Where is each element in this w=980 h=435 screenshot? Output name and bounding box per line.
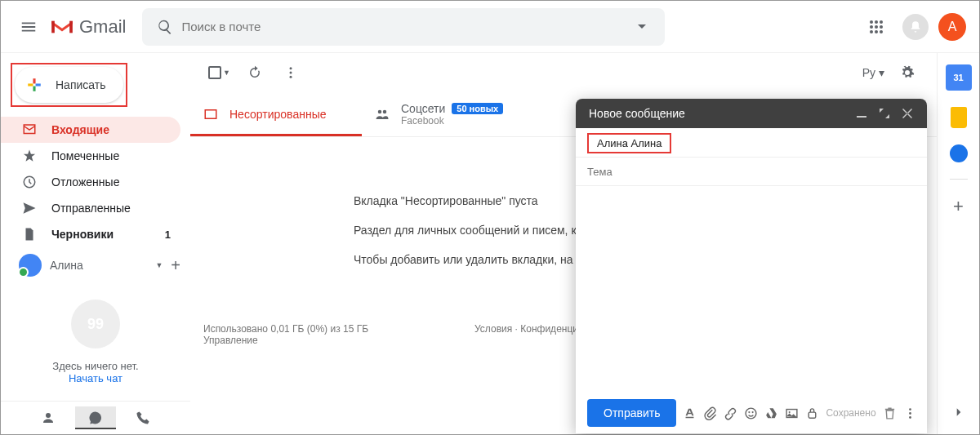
chevron-right-icon[interactable] [953,406,964,418]
compose-window: Новое сообщение Алина Алина Отправить Со… [576,99,927,433]
recipient-chip[interactable]: Алина Алина [587,133,671,153]
app-header: Gmail А [1,1,979,53]
search-input[interactable] [181,20,626,33]
calendar-addon[interactable]: 31 [946,64,972,91]
compose-fullscreen-button[interactable] [873,102,896,125]
chat-user-row[interactable]: Алина ▼ + [1,247,190,283]
people-icon [375,107,390,122]
notifications-button[interactable] [902,14,929,40]
link-icon [724,406,737,420]
settings-button[interactable] [891,56,924,89]
chat-contacts-tab[interactable] [28,406,69,429]
compose-button[interactable]: Написать [15,67,123,103]
insert-drive-button[interactable] [764,402,778,424]
keep-addon[interactable] [951,107,967,128]
mail-toolbar: ▼ Ру ▾ [190,53,937,92]
compose-header[interactable]: Новое сообщение [576,99,927,128]
phone-icon [136,411,150,425]
lock-clock-icon [805,406,819,420]
send-icon [22,201,37,215]
compose-body[interactable] [576,186,927,393]
chevron-down-icon[interactable]: ▼ [155,261,163,269]
main-menu-button[interactable] [9,7,48,47]
star-icon [22,149,37,163]
input-language-button[interactable]: Ру ▾ [858,66,889,79]
inbox-icon [22,122,37,137]
svg-rect-17 [857,116,866,118]
svg-point-22 [789,411,791,413]
expand-icon [880,109,889,118]
chat-avatar [19,254,42,277]
send-button[interactable]: Отправить [587,399,676,427]
compose-minimize-button[interactable] [850,102,873,125]
svg-point-1 [875,20,878,24]
svg-point-11 [289,67,292,69]
confidential-mode-button[interactable] [805,402,819,424]
tab-primary[interactable]: Несортированные [190,92,362,136]
hangouts-bubble-icon [71,300,120,348]
compose-subject-row[interactable] [576,158,927,186]
svg-point-0 [870,20,873,24]
sidebar-item-inbox[interactable]: Входящие [1,117,180,143]
google-apps-button[interactable] [860,11,893,43]
discard-draft-button[interactable] [883,402,897,424]
svg-point-8 [880,30,883,33]
svg-point-20 [752,411,754,413]
account-avatar[interactable]: А [938,13,966,41]
select-all-checkbox[interactable]: ▼ [203,66,235,79]
clock-icon [22,175,37,189]
svg-point-25 [909,412,911,415]
hamburger-icon [20,18,38,36]
sidebar-item-drafts[interactable]: Черновики 1 [1,221,180,247]
svg-point-26 [909,416,911,419]
insert-emoji-button[interactable] [744,402,758,424]
compose-more-button[interactable] [903,402,917,424]
file-icon [22,227,37,242]
tasks-addon[interactable] [950,144,968,162]
search-icon[interactable] [149,19,181,35]
svg-point-4 [875,25,878,29]
svg-point-7 [875,30,878,33]
compose-label: Написать [56,78,105,91]
compose-subject-input[interactable] [587,166,915,178]
svg-point-5 [880,25,883,29]
hangouts-icon [88,411,103,425]
phone-tab[interactable] [122,406,163,429]
plus-multicolor-icon [23,73,46,96]
svg-point-18 [746,408,757,419]
hangouts-empty-state: Здесь ничего нет. Начать чат [1,283,190,393]
emoji-icon [744,406,758,420]
attach-button[interactable] [703,402,717,424]
compose-footer: Отправить Сохранено [576,393,927,433]
insert-photo-button[interactable] [785,402,799,424]
compose-close-button[interactable] [896,102,919,125]
formatting-button[interactable] [683,402,697,424]
search-bar[interactable] [142,8,665,46]
social-badge: 50 новых [452,103,503,114]
gear-icon [900,65,915,80]
hangouts-tab[interactable] [75,406,116,429]
svg-point-16 [383,110,387,114]
apps-grid-icon [869,20,884,34]
svg-rect-23 [809,412,817,418]
sidebar-item-starred[interactable]: Помеченные [1,143,180,169]
storage-manage-link[interactable]: Управление [203,335,258,346]
image-icon [785,406,799,420]
sidebar-item-sent[interactable]: Отправленные [1,195,180,221]
new-chat-button[interactable]: + [171,256,180,275]
search-options-button[interactable] [626,23,658,31]
refresh-button[interactable] [238,56,271,89]
insert-link-button[interactable] [724,402,737,424]
start-chat-link[interactable]: Начать чат [9,372,182,384]
sidebar-item-snoozed[interactable]: Отложенные [1,169,180,195]
panel-divider [950,179,968,180]
text-format-icon [683,406,697,420]
more-button[interactable] [274,56,307,89]
get-addons-button[interactable]: + [953,196,964,217]
svg-point-6 [870,30,873,33]
svg-point-12 [289,72,292,74]
gmail-logo[interactable]: Gmail [50,16,126,38]
tab-social[interactable]: Соцсети50 новых Facebook [362,92,533,136]
svg-point-15 [378,110,382,114]
compose-recipients[interactable]: Алина Алина [576,128,927,158]
